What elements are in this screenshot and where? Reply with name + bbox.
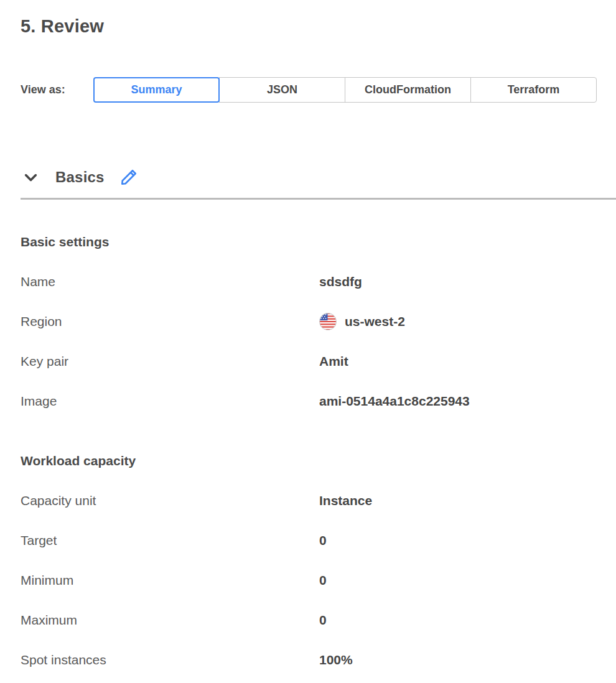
basic-settings-rows: Name sdsdfg Region xyxy=(21,262,616,421)
row-value: 0 xyxy=(319,533,327,548)
row-value: us-west-2 xyxy=(319,313,405,330)
row-spot-instances: Spot instances 100% xyxy=(21,640,616,680)
chevron-down-icon[interactable] xyxy=(22,169,39,186)
row-label: Capacity unit xyxy=(21,493,319,508)
tab-json[interactable]: JSON xyxy=(219,77,345,103)
row-label: Name xyxy=(21,274,319,289)
row-value: 0 xyxy=(319,613,327,628)
tab-cloudformation[interactable]: CloudFormation xyxy=(345,77,471,103)
view-as-tab-group: Summary JSON CloudFormation Terraform xyxy=(93,77,597,103)
workload-capacity-group: Workload capacity Capacity unit Instance… xyxy=(21,453,616,680)
row-name: Name sdsdfg xyxy=(21,262,616,302)
row-value-text: us-west-2 xyxy=(345,314,405,329)
row-region: Region xyxy=(21,302,616,342)
row-label: Image xyxy=(21,394,319,409)
page-title: 5. Review xyxy=(21,16,616,36)
row-value: Instance xyxy=(319,493,372,508)
row-value: Amit xyxy=(319,354,348,369)
row-value: ami-0514a4a1c8c225943 xyxy=(319,394,470,409)
row-capacity-unit: Capacity unit Instance xyxy=(21,481,616,521)
row-value: 100% xyxy=(319,653,353,667)
row-label: Minimum xyxy=(21,573,319,588)
row-value: sdsdfg xyxy=(319,274,362,289)
row-label: Key pair xyxy=(21,354,319,369)
row-label: Target xyxy=(21,533,319,548)
us-flag-icon xyxy=(319,313,337,330)
row-target: Target 0 xyxy=(21,521,616,560)
review-page: 5. Review View as: Summary JSON CloudFor… xyxy=(0,16,616,683)
row-key-pair: Key pair Amit xyxy=(21,342,616,381)
workload-capacity-rows: Capacity unit Instance Target 0 Minimum … xyxy=(21,481,616,680)
row-label: Spot instances xyxy=(21,653,319,667)
row-maximum: Maximum 0 xyxy=(21,600,616,640)
tab-terraform[interactable]: Terraform xyxy=(470,77,597,103)
row-label: Region xyxy=(21,314,319,329)
pencil-icon[interactable] xyxy=(119,168,138,187)
row-image: Image ami-0514a4a1c8c225943 xyxy=(21,381,616,421)
view-as-label: View as: xyxy=(21,83,93,96)
tab-summary[interactable]: Summary xyxy=(93,77,220,103)
row-value: 0 xyxy=(319,573,327,588)
section-divider xyxy=(21,198,616,200)
group-heading-basic-settings: Basic settings xyxy=(21,235,616,249)
basics-section-header: Basics xyxy=(21,167,616,187)
group-heading-workload-capacity: Workload capacity xyxy=(21,453,616,468)
row-label: Maximum xyxy=(21,613,319,628)
basics-section-title: Basics xyxy=(55,169,105,186)
basic-settings-group: Basic settings Name sdsdfg Region xyxy=(21,235,616,421)
row-minimum: Minimum 0 xyxy=(21,560,616,600)
view-as-row: View as: Summary JSON CloudFormation Ter… xyxy=(21,77,616,103)
